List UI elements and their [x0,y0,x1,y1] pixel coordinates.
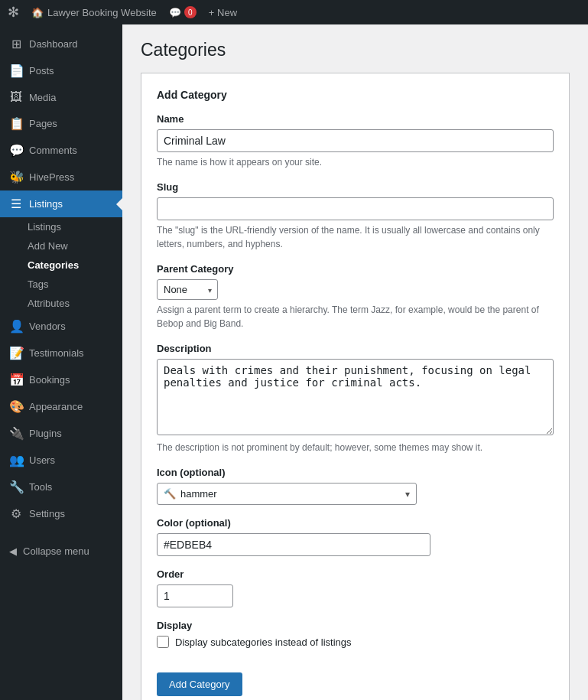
media-icon: 🖼 [9,90,23,104]
add-category-form: Add Category Name The name is how it app… [141,73,570,700]
sidebar-item-settings[interactable]: ⚙ Settings [0,500,122,527]
sidebar-item-vendors[interactable]: 👤 Vendors [0,313,122,340]
parent-select-wrapper: None ▾ [157,279,218,300]
hammer-icon: 🔨 [164,488,176,500]
sidebar-label: Listings [29,198,63,210]
listings-submenu: Listings Add New Categories Tags Attribu… [0,217,122,313]
parent-category-label: Parent Category [157,263,554,275]
collapse-icon: ◀ [9,545,17,557]
sidebar-item-users[interactable]: 👥 Users [0,447,122,474]
page-title: Categories [141,40,570,60]
color-group: Color (optional) [157,517,554,556]
order-label: Order [157,568,554,580]
new-link[interactable]: + New [209,7,237,18]
comments-icon: 💬 [169,7,181,18]
new-label: + New [209,7,237,18]
description-group: Description Deals with crimes and their … [157,343,554,454]
sidebar-label: Plugins [29,428,62,439]
plugins-icon: 🔌 [9,426,23,441]
main-content: Categories Add Category Name The name is… [122,24,588,700]
add-category-button[interactable]: Add Category [157,672,242,696]
description-hint: The description is not prominent by defa… [157,441,554,454]
name-input[interactable] [157,129,554,152]
bookings-icon: 📅 [9,373,23,387]
display-group: Display Display subcategories instead of… [157,620,554,648]
sidebar-item-plugins[interactable]: 🔌 Plugins [0,420,122,447]
icon-group: Icon (optional) 🔨 hammer ▾ [157,467,554,505]
color-input[interactable] [157,533,430,556]
sidebar-label: Users [29,454,55,466]
vendors-icon: 👤 [9,319,23,334]
sidebar-label: Settings [29,508,65,519]
display-checkbox-row: Display subcategories instead of listing… [157,636,554,648]
description-textarea[interactable]: Deals with crimes and their punishment, … [157,359,554,435]
icon-label: Icon (optional) [157,467,554,478]
sidebar-item-listings-list[interactable]: Listings [0,217,122,236]
parent-category-select[interactable]: None [157,279,218,300]
testimonials-icon: 📝 [9,346,23,360]
appearance-icon: 🎨 [9,399,23,414]
order-input[interactable] [157,584,233,607]
sidebar-item-pages[interactable]: 📋 Pages [0,110,122,137]
parent-category-group: Parent Category None ▾ Assign a parent t… [157,263,554,330]
display-label: Display [157,620,554,631]
sidebar-label: Posts [29,65,54,77]
sidebar-label: Tools [29,481,52,493]
description-label: Description [157,343,554,354]
comments-link[interactable]: 💬 0 [169,6,197,18]
icon-select-inner: 🔨 hammer [164,488,405,500]
slug-input[interactable] [157,197,554,220]
active-arrow [116,198,122,210]
slug-label: Slug [157,181,554,193]
sidebar-item-categories[interactable]: Categories [0,256,122,275]
sidebar-item-testimonials[interactable]: 📝 Testimonials [0,340,122,366]
collapse-menu-button[interactable]: ◀ Collapse menu [0,539,122,563]
site-link[interactable]: 🏠 Lawyer Booking Website [31,7,157,18]
sidebar-item-listings[interactable]: ☰ Listings [0,190,122,217]
display-checkbox-label[interactable]: Display subcategories instead of listing… [175,637,352,648]
site-name: Lawyer Booking Website [47,7,157,18]
sidebar-item-bookings[interactable]: 📅 Bookings [0,366,122,393]
sidebar-item-media[interactable]: 🖼 Media [0,84,122,110]
sidebar-label: Media [29,92,56,103]
sidebar-label: HivePress [29,171,74,183]
icon-select[interactable]: 🔨 hammer ▾ [157,483,417,505]
slug-group: Slug The "slug" is the URL-friendly vers… [157,181,554,251]
name-hint: The name is how it appears on your site. [157,155,554,169]
sidebar-item-tools[interactable]: 🔧 Tools [0,474,122,500]
slug-hint: The "slug" is the URL-friendly version o… [157,223,554,251]
section-title: Add Category [157,89,554,101]
collapse-label: Collapse menu [23,545,89,557]
sidebar-label: Testimonials [29,347,84,359]
color-label: Color (optional) [157,517,554,529]
sidebar-item-posts[interactable]: 📄 Posts [0,57,122,84]
comments-icon: 💬 [9,143,23,158]
home-icon: 🏠 [31,7,44,18]
wp-logo-icon: ✻ [8,4,19,21]
sidebar-label: Comments [29,145,77,156]
sidebar-item-add-new[interactable]: Add New [0,236,122,256]
comments-count: 0 [184,6,197,18]
dashboard-icon: ⊞ [9,37,23,51]
sidebar-item-comments[interactable]: 💬 Comments [0,137,122,164]
name-group: Name The name is how it appears on your … [157,113,554,169]
sidebar-label: Pages [29,118,57,129]
sidebar-item-attributes[interactable]: Attributes [0,294,122,313]
sidebar-label: Appearance [29,401,83,412]
sidebar-item-dashboard[interactable]: ⊞ Dashboard [0,31,122,57]
sidebar-item-appearance[interactable]: 🎨 Appearance [0,393,122,420]
order-group: Order [157,568,554,607]
sidebar-label: Bookings [29,374,70,386]
sidebar-item-tags[interactable]: Tags [0,275,122,294]
display-subcategories-checkbox[interactable] [157,636,169,648]
name-label: Name [157,113,554,125]
sidebar-item-hivepress[interactable]: 🐝 HivePress [0,164,122,190]
pages-icon: 📋 [9,116,23,131]
icon-value-label: hammer [180,488,217,500]
icon-dropdown-arrow: ▾ [405,489,410,500]
sidebar-label: Dashboard [29,38,78,50]
tools-icon: 🔧 [9,480,23,494]
parent-hint: Assign a parent term to create a hierarc… [157,303,554,330]
posts-icon: 📄 [9,63,23,78]
users-icon: 👥 [9,453,23,467]
